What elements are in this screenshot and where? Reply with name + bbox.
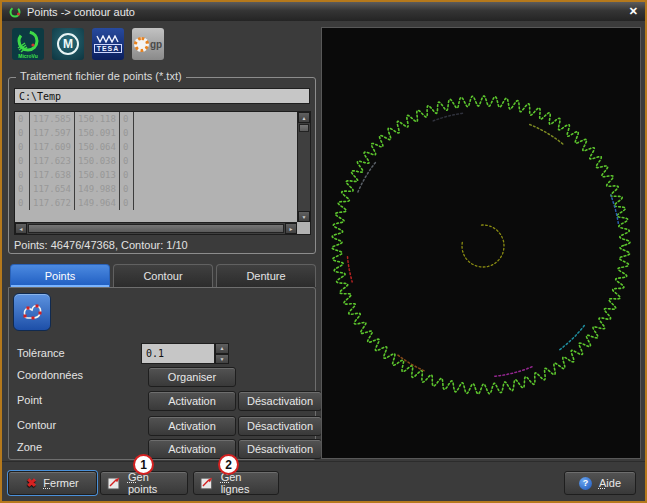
app-icon: [9, 6, 21, 18]
table-row[interactable]: 0 117.654 149.988 0: [15, 182, 297, 196]
ogp-gear-icon: [134, 37, 149, 52]
tesa-logo-label: TESA: [94, 44, 123, 53]
ogp-logo: gp: [132, 28, 164, 60]
table-row[interactable]: 0 117.597 150.091 0: [15, 126, 297, 140]
table-row[interactable]: 0 117.585 150.118 0: [15, 112, 297, 126]
microvu-logo: MicroVu: [12, 28, 44, 60]
vendor-logos: MicroVu M TESA gp: [12, 28, 164, 60]
tab-points[interactable]: Points: [10, 264, 110, 287]
zone-label: Zone: [17, 441, 42, 453]
cell: 0: [120, 140, 134, 154]
close-dialog-label: Fermer: [43, 477, 78, 489]
contour-tool-button[interactable]: [13, 293, 51, 331]
step-2-annotation: 2: [218, 454, 239, 475]
window-title: Points -> contour auto: [27, 6, 135, 18]
footer-bar: ✖ Fermer Gen points Gen lignes ? Aide: [2, 461, 645, 501]
zone-deactivation-button[interactable]: Désactivation: [238, 439, 322, 459]
cell: 0: [120, 168, 134, 182]
close-dialog-button[interactable]: ✖ Fermer: [8, 471, 97, 495]
points-summary: Points: 46476/47368, Contour: 1/10: [14, 239, 188, 251]
dialog-window: Points -> contour auto ✕ MicroVu M TESA: [0, 0, 647, 503]
cell: 0: [120, 126, 134, 140]
gen-points-icon: [107, 477, 121, 490]
cell: 150.013: [75, 168, 120, 182]
cell: 117.597: [30, 126, 75, 140]
gen-lines-icon: [200, 477, 214, 490]
cell: 0: [120, 182, 134, 196]
cell: 149.988: [75, 182, 120, 196]
gen-lines-button[interactable]: Gen lignes: [193, 471, 279, 495]
help-label: Aide: [599, 477, 621, 489]
point-activation-button[interactable]: Activation: [148, 391, 236, 411]
point-deactivation-button[interactable]: Désactivation: [238, 391, 322, 411]
tesa-zigzag-icon: [96, 35, 120, 43]
cell: 0: [15, 154, 30, 168]
contour-deactivation-button[interactable]: Désactivation: [238, 416, 322, 436]
cell: 0: [120, 154, 134, 168]
file-treatment-group: Traitement fichier de points (*.txt) 0 1…: [8, 77, 316, 254]
table-row[interactable]: 0 117.672 149.964 0: [15, 196, 297, 210]
contour-label: Contour: [17, 419, 56, 431]
horizontal-scroll-thumb[interactable]: [28, 224, 284, 233]
help-icon: ?: [579, 477, 592, 490]
table-row[interactable]: 0 117.609 150.064 0: [15, 140, 297, 154]
cell: 0: [15, 168, 30, 182]
cell: 0: [15, 112, 30, 126]
contour-activation-button[interactable]: Activation: [148, 416, 236, 436]
scroll-right-icon[interactable]: ►: [285, 223, 297, 234]
cell: 117.585: [30, 112, 75, 126]
points-table-rows: 0 117.585 150.118 0 0 117.597 150.091 0 …: [15, 112, 297, 222]
cell: 150.091: [75, 126, 120, 140]
tab-bar: Points Contour Denture: [10, 264, 316, 287]
tab-denture[interactable]: Denture: [216, 264, 316, 287]
gen-points-label: Gen points: [128, 471, 181, 495]
cell: 0: [120, 112, 134, 126]
cell: 0: [15, 126, 30, 140]
cell: 150.038: [75, 154, 120, 168]
table-row[interactable]: 0 117.623 150.038 0: [15, 154, 297, 168]
step-1-annotation: 1: [133, 454, 154, 475]
tesa-logo: TESA: [92, 28, 124, 60]
m-logo-label: M: [57, 33, 79, 55]
cell: 117.672: [30, 196, 75, 210]
cell: 117.638: [30, 168, 75, 182]
cell: 150.064: [75, 140, 120, 154]
contour-viewer[interactable]: [321, 27, 641, 459]
scroll-down-icon[interactable]: ▼: [298, 211, 310, 222]
titlebar[interactable]: Points -> contour auto ✕: [2, 2, 645, 21]
cell: 0: [15, 196, 30, 210]
contour-shape-icon: [20, 300, 44, 324]
table-row[interactable]: 0 117.638 150.013 0: [15, 168, 297, 182]
help-button[interactable]: ? Aide: [564, 471, 636, 495]
points-table[interactable]: 0 117.585 150.118 0 0 117.597 150.091 0 …: [14, 111, 311, 235]
microvu-logo-label: MicroVu: [12, 53, 44, 59]
vertical-scrollbar[interactable]: ▲ ▼: [297, 112, 310, 222]
ogp-logo-label: gp: [150, 39, 162, 50]
file-path-field[interactable]: [14, 88, 310, 104]
scroll-up-icon[interactable]: ▲: [298, 112, 310, 123]
tab-contour[interactable]: Contour: [113, 264, 213, 287]
vertical-scroll-thumb[interactable]: [299, 124, 309, 132]
cell: 150.118: [75, 112, 120, 126]
scroll-left-icon[interactable]: ◄: [15, 223, 27, 234]
group-title: Traitement fichier de points (*.txt): [16, 70, 186, 82]
close-icon[interactable]: ✕: [629, 5, 638, 18]
stepper-up-icon[interactable]: ▲: [215, 343, 229, 354]
points-tab-panel: Tolérance ▲ ▼ Coordonnées Organiser Poin…: [8, 287, 316, 460]
tolerance-stepper: ▲ ▼: [141, 343, 229, 364]
cell: 117.623: [30, 154, 75, 168]
cell: 117.654: [30, 182, 75, 196]
stepper-down-icon[interactable]: ▼: [215, 354, 229, 365]
left-panel: MicroVu M TESA gp Traitement fichier de …: [2, 21, 320, 461]
horizontal-scrollbar[interactable]: ◄ ►: [15, 222, 297, 234]
cell: 0: [15, 140, 30, 154]
coordinates-label: Coordonnées: [17, 369, 83, 381]
tolerance-input[interactable]: [141, 343, 215, 364]
organize-button[interactable]: Organiser: [148, 367, 236, 387]
m-logo: M: [52, 28, 84, 60]
tolerance-label: Tolérance: [17, 347, 65, 359]
red-cross-icon: ✖: [26, 476, 36, 490]
cell: 117.609: [30, 140, 75, 154]
gear-contour-plot: [322, 28, 640, 458]
cell: 0: [15, 182, 30, 196]
